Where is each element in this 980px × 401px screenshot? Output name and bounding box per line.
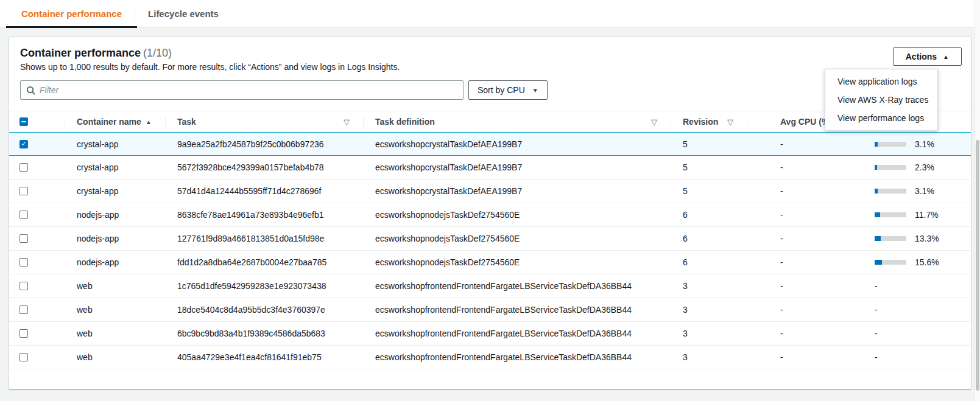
- cell-revision: 5: [671, 186, 747, 196]
- cell-revision: 3: [671, 329, 747, 338]
- table-row[interactable]: crystal-app57d41d4a12444b5595ff71d4c2786…: [9, 180, 971, 203]
- memory-usage-bar-fill: [875, 142, 878, 147]
- row-checkbox[interactable]: [19, 258, 28, 267]
- row-checkbox[interactable]: [19, 187, 28, 195]
- memory-percent-label: -: [875, 305, 878, 315]
- tab-container-performance[interactable]: Container performance: [9, 0, 135, 27]
- cell-avg-cpu: -: [747, 186, 836, 196]
- column-header-select: [9, 111, 65, 132]
- search-icon: [26, 86, 35, 95]
- cell-task-id: 6bc9bc9bd83a4b1f9389c4586da5b683: [165, 329, 363, 338]
- table-row[interactable]: nodejs-appfdd1d2a8dba64e2687b0004e27baa7…: [9, 251, 971, 274]
- cell-container-name: nodejs-app: [65, 257, 165, 267]
- row-select-cell: [9, 187, 65, 195]
- cell-container-name: crystal-app: [65, 186, 165, 196]
- menu-item-view-performance-logs[interactable]: View performance logs: [825, 109, 937, 127]
- check-icon: ✓: [21, 141, 26, 147]
- cell-container-name: crystal-app: [65, 162, 165, 172]
- cell-revision: 6: [671, 234, 747, 243]
- memory-usage-bar: [875, 165, 906, 170]
- sort-ascending-icon[interactable]: ▲: [146, 119, 152, 125]
- actions-button[interactable]: Actions ▲: [893, 47, 962, 66]
- row-select-cell: [9, 329, 65, 338]
- row-select-cell: ✓: [9, 140, 65, 148]
- cell-avg-memory: 2.3%: [836, 162, 971, 172]
- tabs-bar: Container performance Lifecycle events: [0, 0, 975, 27]
- cell-container-name: web: [65, 305, 165, 315]
- scrollbar-thumb[interactable]: [976, 140, 979, 391]
- cell-task-definition: ecsworkshopcrystalTaskDefAEA199B7: [363, 186, 671, 196]
- cell-revision: 5: [671, 139, 747, 149]
- memory-percent-label: -: [875, 281, 878, 291]
- memory-usage-bar: [875, 212, 906, 217]
- row-checkbox[interactable]: ✓: [19, 140, 28, 148]
- cell-task-id: 9a9ea25a2fb24587b9f25c0b06b97236: [165, 139, 363, 149]
- column-header-avg_cpu[interactable]: Avg CPU (%)▽: [747, 111, 836, 132]
- table-row[interactable]: web405aa4729e3e4f1ea4cf81641f91eb75ecswo…: [9, 346, 971, 369]
- memory-usage-bar: [875, 142, 906, 147]
- container-performance-panel: Container performance (1/10) Shows up to…: [9, 37, 971, 389]
- table-row[interactable]: web1c765d1dfe5942959283e1e923073438ecswo…: [9, 274, 971, 298]
- cell-container-name: nodejs-app: [65, 234, 165, 243]
- cell-revision: 3: [671, 281, 747, 291]
- row-checkbox[interactable]: [19, 353, 28, 361]
- cell-container-name: nodejs-app: [65, 210, 165, 220]
- column-filter-icon[interactable]: ▽: [651, 117, 657, 127]
- row-checkbox[interactable]: [19, 163, 28, 172]
- cell-avg-cpu: -: [747, 139, 836, 149]
- cell-avg-cpu: -: [747, 257, 836, 267]
- sort-button-label: Sort by CPU: [478, 85, 525, 95]
- filter-field: [20, 80, 464, 100]
- row-checkbox[interactable]: [19, 305, 28, 314]
- column-header-task_def[interactable]: Task definition▽: [363, 111, 671, 132]
- cell-container-name: crystal-app: [65, 139, 165, 149]
- cell-avg-memory: 3.1%: [836, 139, 971, 149]
- cell-task-definition: ecsworkshopnodejsTaskDef2754560E: [363, 234, 671, 243]
- row-select-cell: [9, 163, 65, 172]
- cell-avg-cpu: -: [747, 210, 836, 220]
- column-header-task[interactable]: Task▽: [165, 111, 363, 132]
- table-body: ✓crystal-app9a9ea25a2fb24587b9f25c0b06b9…: [9, 132, 971, 369]
- menu-item-view-application-logs[interactable]: View application logs: [825, 72, 937, 91]
- memory-usage-bar-fill: [875, 212, 880, 217]
- cell-task-id: 18dce5404c8d4a95b5dc3f4e3760397e: [165, 305, 363, 315]
- table-row[interactable]: web6bc9bc9bd83a4b1f9389c4586da5b683ecswo…: [9, 322, 971, 346]
- memory-usage-bar-fill: [875, 189, 878, 194]
- column-header-container[interactable]: Container name▲: [65, 111, 165, 132]
- cell-task-id: 405aa4729e3e4f1ea4cf81641f91eb75: [165, 352, 363, 362]
- row-select-cell: [9, 258, 65, 267]
- actions-dropdown-menu: View application logsView AWS X-Ray trac…: [825, 69, 938, 131]
- vertical-scrollbar[interactable]: [975, 0, 980, 401]
- table-row[interactable]: nodejs-app8638cfe78ae14961a73e893b4e96ef…: [9, 203, 971, 227]
- sort-by-cpu-button[interactable]: Sort by CPU ▼: [468, 80, 548, 100]
- row-select-cell: [9, 211, 65, 219]
- memory-percent-label: 3.1%: [915, 139, 934, 149]
- column-header-label: Revision: [683, 117, 718, 127]
- memory-usage-bar-fill: [875, 236, 881, 241]
- cell-task-definition: ecsworkshopcrystalTaskDefAEA199B7: [363, 139, 671, 149]
- row-checkbox[interactable]: [19, 211, 28, 219]
- select-all-checkbox[interactable]: [19, 117, 28, 126]
- table-row[interactable]: crystal-app5672f3928bce429399a0157befab4…: [9, 156, 971, 180]
- cell-revision: 6: [671, 210, 747, 220]
- column-filter-icon[interactable]: ▽: [344, 117, 350, 127]
- cell-revision: 3: [671, 352, 747, 362]
- tab-lifecycle-events[interactable]: Lifecycle events: [135, 0, 231, 27]
- cell-revision: 3: [671, 305, 747, 315]
- cell-avg-memory: 3.1%: [836, 186, 971, 196]
- column-header-revision[interactable]: Revision▽: [671, 111, 747, 132]
- table-row[interactable]: ✓crystal-app9a9ea25a2fb24587b9f25c0b06b9…: [9, 132, 971, 156]
- row-checkbox[interactable]: [19, 329, 28, 338]
- table-row[interactable]: nodejs-app127761f9d89a4661813851d0a15fd9…: [9, 227, 971, 251]
- menu-item-view-aws-x-ray-traces[interactable]: View AWS X-Ray traces: [825, 91, 937, 109]
- table-row[interactable]: web18dce5404c8d4a95b5dc3f4e3760397eecswo…: [9, 298, 971, 322]
- cell-avg-memory: -: [836, 329, 971, 338]
- filter-input[interactable]: [40, 85, 457, 95]
- indeterminate-icon: [21, 121, 26, 122]
- row-checkbox[interactable]: [19, 282, 28, 290]
- cell-avg-cpu: -: [747, 234, 836, 243]
- cell-avg-cpu: -: [747, 281, 836, 291]
- cell-task-id: fdd1d2a8dba64e2687b0004e27baa785: [165, 257, 363, 267]
- row-checkbox[interactable]: [19, 234, 28, 243]
- column-filter-icon[interactable]: ▽: [727, 117, 733, 127]
